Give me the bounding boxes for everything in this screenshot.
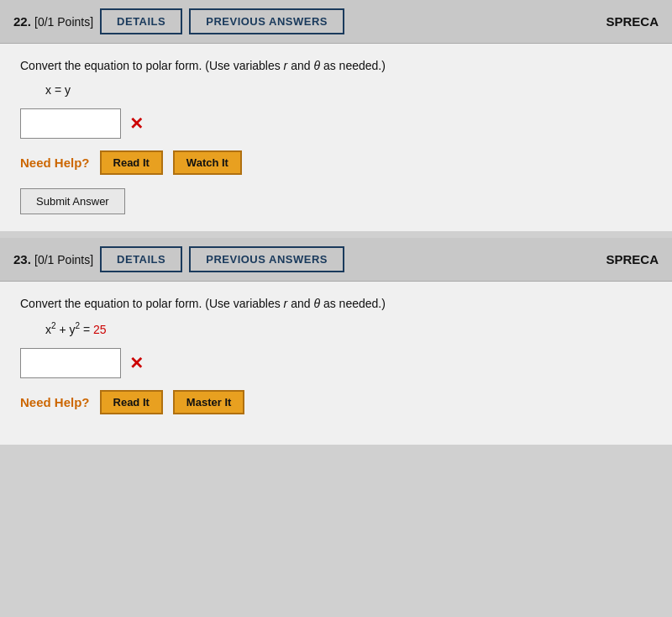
need-help-label-22: Need Help? <box>20 156 90 170</box>
question-23-text: Convert the equation to polar form. (Use… <box>20 295 652 313</box>
details-button-22[interactable]: DETAILS <box>100 8 182 34</box>
question-23-number: 23. [0/1 Points] <box>13 252 93 266</box>
need-help-label-23: Need Help? <box>20 395 90 409</box>
answer-input-22[interactable] <box>20 108 121 139</box>
spreca-label-22: SPRECA <box>606 14 659 29</box>
question-23-answer-row: ✕ <box>20 348 652 378</box>
read-it-button-22[interactable]: Read It <box>100 150 163 175</box>
submit-answer-button-22[interactable]: Submit Answer <box>20 188 125 214</box>
question-22-text: Convert the equation to polar form. (Use… <box>20 57 652 75</box>
details-button-23[interactable]: DETAILS <box>100 246 182 272</box>
spreca-label-23: SPRECA <box>606 252 659 266</box>
question-22-answer-row: ✕ <box>20 108 652 139</box>
x-mark-23: ✕ <box>129 353 144 373</box>
question-22-equation: x = y <box>45 83 652 97</box>
question-23-header: 23. [0/1 Points] DETAILS PREVIOUS ANSWER… <box>0 238 672 282</box>
previous-answers-button-22[interactable]: PREVIOUS ANSWERS <box>189 8 344 34</box>
previous-answers-button-23[interactable]: PREVIOUS ANSWERS <box>189 246 344 272</box>
question-22-body: Convert the equation to polar form. (Use… <box>0 44 672 231</box>
master-it-button-23[interactable]: Master It <box>173 390 244 414</box>
watch-it-button-22[interactable]: Watch It <box>173 150 242 175</box>
x-mark-22: ✕ <box>129 113 144 134</box>
question-22-number: 22. [0/1 Points] <box>13 14 93 29</box>
answer-input-23[interactable] <box>20 348 121 378</box>
question-23-body: Convert the equation to polar form. (Use… <box>0 282 672 445</box>
question-22-submit-row: Submit Answer <box>20 188 652 214</box>
read-it-button-23[interactable]: Read It <box>100 390 163 414</box>
question-22: 22. [0/1 Points] DETAILS PREVIOUS ANSWER… <box>0 0 672 231</box>
question-23-help-row: Need Help? Read It Master It <box>20 390 652 414</box>
question-22-help-row: Need Help? Read It Watch It <box>20 150 652 175</box>
question-23-equation: x2 + y2 = 25 <box>45 321 652 336</box>
question-23: 23. [0/1 Points] DETAILS PREVIOUS ANSWER… <box>0 238 672 445</box>
question-22-header: 22. [0/1 Points] DETAILS PREVIOUS ANSWER… <box>0 0 672 44</box>
